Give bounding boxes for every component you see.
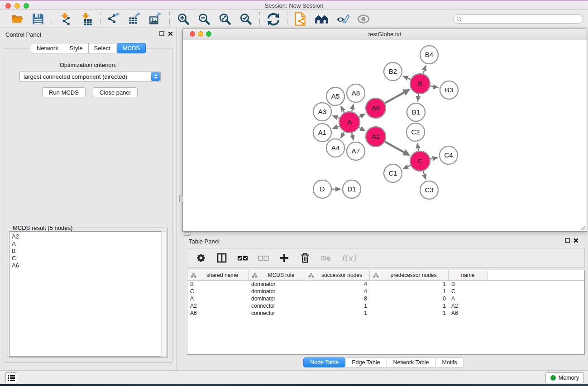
cell-MCDS-role[interactable]: dominator — [249, 281, 305, 287]
network-window-titlebar[interactable]: testGlobe.txt — [183, 29, 587, 40]
edge-A-A3[interactable] — [338, 118, 339, 119]
cell-name[interactable]: C — [449, 288, 488, 295]
edge-A-A2[interactable] — [359, 128, 361, 129]
table-row[interactable]: Adominator80A — [187, 295, 584, 302]
cell-name[interactable]: A6 — [449, 310, 488, 316]
edge-A6-B[interactable] — [385, 93, 404, 103]
mcds-result-item[interactable]: A — [12, 240, 161, 248]
cell-MCDS-role[interactable]: dominator — [249, 295, 305, 302]
edge-C-C3[interactable] — [423, 171, 424, 175]
import-table-icon[interactable] — [79, 12, 94, 26]
close-table-panel-icon[interactable] — [574, 238, 578, 243]
select-all-icon[interactable] — [237, 253, 248, 263]
run-mcds-button[interactable]: Run MCDS — [42, 87, 86, 97]
resize-grip-icon[interactable] — [579, 224, 586, 230]
table-row[interactable]: Cdominator41C — [187, 288, 584, 295]
criterion-dropdown[interactable]: largest connected component (directed) — [19, 71, 161, 82]
tab-style[interactable]: Style — [64, 43, 89, 53]
edge-A-A6[interactable] — [359, 116, 360, 117]
tab-select[interactable]: Select — [89, 43, 116, 53]
columns-icon[interactable] — [216, 253, 227, 263]
table-row[interactable]: Bdominator41B — [187, 281, 584, 288]
cell-shared-name[interactable]: A2 — [187, 303, 249, 309]
delete-icon[interactable] — [300, 253, 311, 263]
cell-shared-name[interactable]: A6 — [187, 310, 249, 316]
edge-A-A4[interactable] — [343, 132, 344, 133]
task-history-button[interactable] — [5, 372, 17, 383]
hide-eye-icon[interactable] — [335, 12, 350, 26]
cell-MCDS-role[interactable]: connector — [249, 303, 305, 309]
edge-C-C4[interactable] — [430, 158, 433, 159]
export-network-icon[interactable] — [107, 12, 121, 26]
mcds-result-item[interactable]: A6 — [12, 262, 161, 269]
tab-mcds[interactable]: MCDS — [117, 43, 146, 53]
edge-A-A8[interactable] — [352, 109, 352, 111]
edge-A-A7[interactable] — [352, 133, 352, 135]
zoom-out-icon[interactable] — [197, 12, 211, 26]
cell-name[interactable]: B — [449, 281, 488, 287]
add-icon[interactable] — [279, 253, 290, 263]
column-header-MCDS-role[interactable]: MCDS role — [249, 270, 305, 280]
table-row[interactable]: A2connector11A2 — [187, 302, 584, 310]
edge-B-B3[interactable] — [430, 86, 433, 86]
tab-node-table[interactable]: Node Table — [303, 357, 345, 367]
deselect-all-icon[interactable] — [258, 253, 269, 263]
float-panel-icon[interactable] — [159, 31, 164, 36]
column-header-shared-name[interactable]: shared name — [187, 270, 249, 280]
cell-successor-nodes[interactable]: 4 — [305, 281, 370, 287]
cell-predecessor-nodes[interactable]: 1 — [370, 310, 449, 316]
close-panel-button[interactable]: Close panel — [93, 87, 138, 97]
mcds-result-item[interactable]: C — [12, 255, 161, 262]
edge-A-A1[interactable] — [338, 126, 339, 127]
float-table-panel-icon[interactable] — [565, 238, 570, 243]
cell-predecessor-nodes[interactable]: 1 — [370, 303, 449, 309]
cell-predecessor-nodes[interactable]: 1 — [370, 281, 449, 287]
open-folder-icon[interactable] — [10, 12, 24, 26]
mcds-result-scrollbar[interactable] — [161, 231, 167, 357]
zoom-selected-icon[interactable] — [239, 12, 253, 26]
search-input[interactable] — [453, 14, 583, 24]
cell-MCDS-role[interactable]: connector — [249, 310, 305, 316]
import-network-icon[interactable] — [58, 12, 73, 26]
close-panel-icon[interactable] — [168, 31, 173, 36]
network-canvas[interactable]: B4B2BB3A5A8A6A3B1AA1C2A2A4A7C4CC1DD1C3 — [183, 40, 587, 231]
table-row[interactable]: A6connector11A6 — [187, 310, 584, 317]
edge-A2-C[interactable] — [385, 142, 404, 152]
edge-B-B2[interactable] — [408, 78, 411, 80]
network-graph[interactable]: B4B2BB3A5A8A6A3B1AA1C2A2A4A7C4CC1DD1C3 — [183, 40, 587, 231]
cell-successor-nodes[interactable]: 1 — [305, 303, 370, 309]
export-image-icon[interactable] — [148, 12, 163, 26]
cell-MCDS-role[interactable]: dominator — [249, 288, 305, 295]
refresh-icon[interactable] — [266, 12, 281, 26]
node-table[interactable]: shared nameMCDS rolesuccessor nodesprede… — [187, 270, 585, 355]
column-header-successor-nodes[interactable]: successor nodes — [305, 270, 370, 280]
edge-B-B4[interactable] — [423, 70, 424, 74]
cell-shared-name[interactable]: A — [187, 295, 249, 302]
tab-edge-table[interactable]: Edge Table — [345, 357, 387, 367]
cell-name[interactable]: A2 — [449, 303, 488, 309]
cell-predecessor-nodes[interactable]: 0 — [370, 295, 449, 302]
mcds-result-item[interactable]: A2 — [12, 233, 161, 240]
cell-shared-name[interactable]: C — [187, 288, 249, 295]
column-header-name[interactable]: name — [449, 270, 488, 280]
cell-predecessor-nodes[interactable]: 1 — [370, 288, 449, 295]
memory-button[interactable]: Memory — [545, 372, 584, 383]
mcds-result-list[interactable]: A2ABCA6 — [9, 231, 161, 357]
cell-successor-nodes[interactable]: 1 — [305, 310, 370, 316]
export-table-icon[interactable] — [128, 12, 142, 26]
edge-C-C1[interactable] — [408, 165, 411, 167]
tab-network-table[interactable]: Network Table — [387, 357, 436, 367]
home-icon[interactable] — [315, 12, 329, 26]
cell-name[interactable]: A — [449, 295, 488, 302]
split-divider-handle-vertical[interactable] — [179, 195, 183, 202]
show-eye-icon[interactable] — [356, 12, 371, 26]
save-icon[interactable] — [31, 12, 45, 26]
zoom-fit-icon[interactable] — [218, 12, 232, 26]
cell-successor-nodes[interactable]: 8 — [305, 295, 370, 302]
cell-successor-nodes[interactable]: 4 — [305, 288, 370, 295]
edge-C-C2[interactable] — [418, 148, 419, 151]
zoom-in-icon[interactable] — [176, 12, 191, 26]
mcds-result-item[interactable]: B — [12, 248, 161, 255]
edge-A-A5[interactable] — [343, 111, 344, 113]
session-share-icon[interactable] — [294, 12, 308, 26]
